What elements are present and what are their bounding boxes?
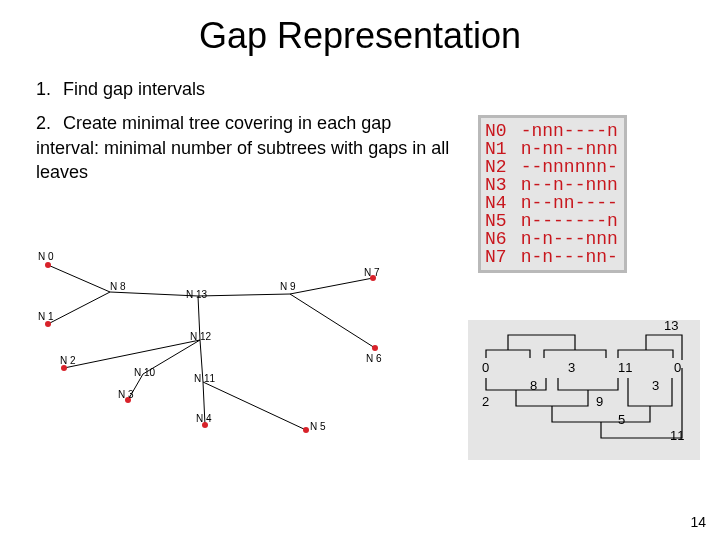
page-title: Gap Representation bbox=[0, 15, 720, 57]
tree-internal-label: N 12 bbox=[190, 331, 212, 342]
bracket-label: 11 bbox=[618, 360, 632, 375]
bracket-label: 3 bbox=[568, 360, 575, 375]
matrix-seq: --nnnnnn- bbox=[521, 158, 618, 176]
svg-point-13 bbox=[45, 262, 51, 268]
matrix-seq: n-n---nnn bbox=[521, 230, 618, 248]
tree-leaf-label: N 0 bbox=[38, 251, 54, 262]
page-number: 14 bbox=[690, 514, 706, 530]
bracket-label: 0 bbox=[674, 360, 681, 375]
matrix-seq: n-nn--nnn bbox=[521, 140, 618, 158]
svg-line-12 bbox=[203, 382, 306, 430]
bracket-label: 0 bbox=[482, 360, 489, 375]
list-num: 2. bbox=[36, 111, 58, 135]
matrix-row-label: N4 bbox=[485, 194, 510, 212]
svg-point-19 bbox=[372, 345, 378, 351]
tree-internal-label: N 10 bbox=[134, 367, 156, 378]
bracket-diagram: 13 0 3 11 0 2 8 9 3 5 11 bbox=[468, 320, 700, 460]
sequence-matrix: N0 -nnn----n N1 n-nn--nnn N2 --nnnnnn- N… bbox=[478, 115, 627, 273]
svg-line-2 bbox=[110, 292, 198, 296]
bracket-label: 8 bbox=[530, 378, 537, 393]
matrix-seq: -nnn----n bbox=[521, 122, 618, 140]
svg-line-3 bbox=[198, 294, 290, 296]
svg-line-0 bbox=[48, 265, 110, 292]
tree-leaf-label: N 2 bbox=[60, 355, 76, 366]
matrix-row-label: N2 bbox=[485, 158, 510, 176]
matrix-row-label: N1 bbox=[485, 140, 510, 158]
list-item: 1. Find gap intervals bbox=[36, 77, 456, 101]
bracket-label: 5 bbox=[618, 412, 625, 427]
tree-internal-label: N 9 bbox=[280, 281, 296, 292]
tree-leaf-label: N 6 bbox=[366, 353, 382, 364]
bracket-label: 2 bbox=[482, 394, 489, 409]
svg-line-7 bbox=[64, 340, 200, 368]
matrix-row-label: N7 bbox=[485, 248, 510, 266]
svg-line-4 bbox=[290, 278, 373, 294]
matrix-row-label: N3 bbox=[485, 176, 510, 194]
matrix-seq: n--nn---- bbox=[521, 194, 618, 212]
tree-leaf-label: N 7 bbox=[364, 267, 380, 278]
phylogenetic-tree: N 0 N 1 N 2 N 3 N 4 N 5 N 6 N 7 N 8 N 9 … bbox=[38, 250, 438, 450]
svg-line-1 bbox=[48, 292, 110, 324]
tree-internal-label: N 8 bbox=[110, 281, 126, 292]
list-text: Find gap intervals bbox=[63, 79, 205, 99]
bracket-label: 13 bbox=[664, 318, 678, 333]
tree-leaf-label: N 3 bbox=[118, 389, 134, 400]
matrix-seq: n-n---nn- bbox=[521, 248, 618, 266]
tree-leaf-label: N 5 bbox=[310, 421, 326, 432]
matrix-row-label: N0 bbox=[485, 122, 510, 140]
tree-leaf-label: N 4 bbox=[196, 413, 212, 424]
matrix-seq: n-------n bbox=[521, 212, 618, 230]
list-item: 2. Create minimal tree covering in each … bbox=[36, 111, 456, 184]
tree-leaf-label: N 1 bbox=[38, 311, 54, 322]
svg-point-18 bbox=[303, 427, 309, 433]
list-text: Create minimal tree covering in each gap… bbox=[36, 113, 449, 182]
bracket-label: 9 bbox=[596, 394, 603, 409]
matrix-seq: n--n--nnn bbox=[521, 176, 618, 194]
bracket-label: 3 bbox=[652, 378, 659, 393]
bracket-label: 11 bbox=[670, 428, 684, 443]
matrix-row-label: N6 bbox=[485, 230, 510, 248]
svg-line-5 bbox=[290, 294, 375, 348]
tree-internal-label: N 11 bbox=[194, 373, 216, 384]
list-num: 1. bbox=[36, 77, 58, 101]
tree-internal-label: N 13 bbox=[186, 289, 208, 300]
matrix-row-label: N5 bbox=[485, 212, 510, 230]
